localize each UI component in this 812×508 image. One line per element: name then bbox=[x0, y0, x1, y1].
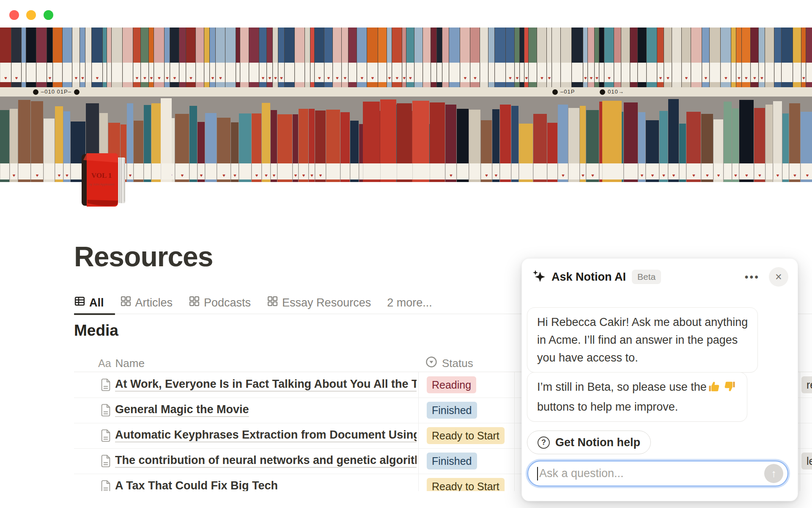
more-options-button[interactable]: ••• bbox=[745, 271, 760, 283]
book-spine bbox=[240, 28, 249, 87]
book-spine bbox=[624, 102, 638, 182]
book-spine: ♥ bbox=[210, 28, 215, 87]
row-page-title[interactable]: Automatic Keyphrases Extraction from Doc… bbox=[115, 428, 417, 444]
book-spine: ♥ bbox=[387, 28, 392, 87]
book-spine: ♥ bbox=[252, 113, 261, 182]
book-spine: ♥ bbox=[278, 28, 284, 87]
book-spine: ♥ bbox=[759, 28, 765, 87]
book-spine: ♥ bbox=[445, 105, 456, 182]
ai-message-greeting: Hi Rebecca Cakir! Ask me about anything … bbox=[527, 307, 758, 373]
page-icon-closed-book-emoji[interactable]: VOL 1 by John Appleseed bbox=[82, 152, 126, 208]
book-spine: ♥ bbox=[506, 28, 514, 87]
book-spine: ♥ bbox=[406, 28, 414, 87]
book-spine bbox=[782, 113, 789, 182]
book-spine: ♥ bbox=[701, 114, 713, 182]
column-header-status[interactable]: Status bbox=[425, 355, 473, 372]
section-heading: Media bbox=[74, 322, 118, 340]
row-page-title[interactable]: A Tax That Could Fix Big Tech bbox=[115, 479, 417, 491]
book-spine bbox=[572, 28, 583, 87]
status-badge[interactable]: Ready to Start bbox=[427, 427, 505, 444]
page-document-icon bbox=[101, 455, 111, 469]
book-spine bbox=[26, 28, 36, 87]
book-spine: ♥ bbox=[742, 28, 750, 87]
close-window-button[interactable] bbox=[9, 10, 19, 20]
book-spine bbox=[793, 28, 801, 87]
window-titlebar bbox=[0, 0, 812, 28]
book-spine: ♥ bbox=[595, 28, 599, 87]
row-page-title[interactable]: At Work, Everyone Is in Fact Talking Abo… bbox=[115, 378, 417, 393]
book-spine bbox=[520, 28, 524, 87]
gallery-view-icon bbox=[120, 295, 132, 310]
book-spine bbox=[552, 28, 560, 87]
book-spine bbox=[103, 28, 107, 87]
get-notion-help-button[interactable]: ? Get Notion help bbox=[527, 431, 651, 454]
book-spine bbox=[348, 28, 357, 87]
minimize-window-button[interactable] bbox=[26, 10, 36, 20]
book-spine bbox=[285, 28, 294, 87]
status-badge[interactable]: Finished bbox=[427, 402, 477, 419]
page-document-icon bbox=[101, 480, 111, 491]
status-badge[interactable]: Finished bbox=[427, 453, 477, 469]
book-spine bbox=[295, 28, 304, 87]
book-spine: ♥ bbox=[127, 103, 133, 182]
book-spine: ♥ bbox=[732, 108, 739, 182]
book-spine: ♥ bbox=[580, 106, 586, 182]
tab-more-views[interactable]: 2 more... bbox=[387, 296, 432, 309]
shelf-board: –010 01P– –01P 010→ bbox=[0, 87, 812, 97]
book-spine bbox=[480, 28, 488, 87]
status-badge[interactable]: Ready to Start bbox=[427, 478, 505, 491]
book-spine bbox=[533, 114, 547, 182]
book-spine: ♥ bbox=[460, 28, 470, 87]
status-badge[interactable]: Reading bbox=[427, 376, 476, 393]
book-spine: ♥ bbox=[357, 28, 367, 87]
book-spine bbox=[107, 28, 111, 87]
ask-question-input[interactable]: Ask a question... ↑ bbox=[527, 461, 788, 486]
tab-all[interactable]: All bbox=[74, 295, 104, 310]
book-spine: ♥ bbox=[583, 28, 587, 87]
book-spine bbox=[782, 28, 793, 87]
book-spine: ♥ bbox=[736, 28, 741, 87]
book-spine bbox=[236, 28, 240, 87]
tag-chip-fragment: re bbox=[801, 376, 812, 393]
send-question-button[interactable]: ↑ bbox=[764, 464, 783, 483]
tab-articles[interactable]: Articles bbox=[120, 295, 173, 310]
book-spine: ♥ bbox=[801, 28, 806, 87]
book-spine: ♥ bbox=[664, 28, 672, 87]
tab-podcasts[interactable]: Podcasts bbox=[189, 295, 251, 310]
book-spine: ♥ bbox=[11, 28, 21, 87]
close-ai-panel-button[interactable]: × bbox=[769, 267, 788, 287]
book-spine: ♥ bbox=[309, 109, 315, 182]
book-spine bbox=[731, 28, 736, 87]
book-spine bbox=[189, 106, 197, 182]
book-spine: ♥ bbox=[10, 109, 18, 182]
book-spine: ♥ bbox=[186, 28, 195, 87]
book-spine bbox=[568, 108, 579, 182]
book-spine bbox=[442, 28, 449, 87]
zoom-window-button[interactable] bbox=[44, 10, 53, 20]
book-spine: ♥ bbox=[392, 28, 402, 87]
row-page-title[interactable]: The contribution of neural networks and … bbox=[115, 454, 417, 469]
shelf-label-right-1: –01P bbox=[550, 88, 575, 95]
book-spine bbox=[0, 110, 9, 182]
column-header-name[interactable]: Aa Name bbox=[98, 355, 145, 372]
book-spine-accent bbox=[161, 97, 172, 182]
book-spine bbox=[196, 28, 204, 87]
book-spine: ♥ bbox=[80, 28, 85, 87]
book-spine: ♥ bbox=[267, 28, 272, 87]
book-spine: ♥ bbox=[217, 118, 230, 182]
thumbs-down-icon bbox=[723, 380, 736, 398]
tab-essay-resources[interactable]: Essay Resources bbox=[267, 295, 371, 310]
row-page-title[interactable]: General Magic the Movie bbox=[115, 403, 417, 418]
book-spine: ♥ bbox=[588, 28, 594, 87]
view-tabs: All Articles Podcasts Essay Resources 2 … bbox=[74, 294, 432, 312]
book-spine bbox=[765, 105, 773, 182]
book-spine bbox=[614, 28, 621, 87]
page-title[interactable]: Resources bbox=[74, 240, 213, 273]
book-spine: ♥ bbox=[481, 120, 492, 182]
book-spine: ♥ bbox=[402, 28, 406, 87]
book-spine: ♥ bbox=[492, 109, 499, 182]
book-spine: ♥ bbox=[657, 28, 664, 87]
book-spine bbox=[112, 28, 122, 87]
book-spine: ♥ bbox=[154, 28, 164, 87]
book-spine: ♥ bbox=[0, 28, 11, 87]
